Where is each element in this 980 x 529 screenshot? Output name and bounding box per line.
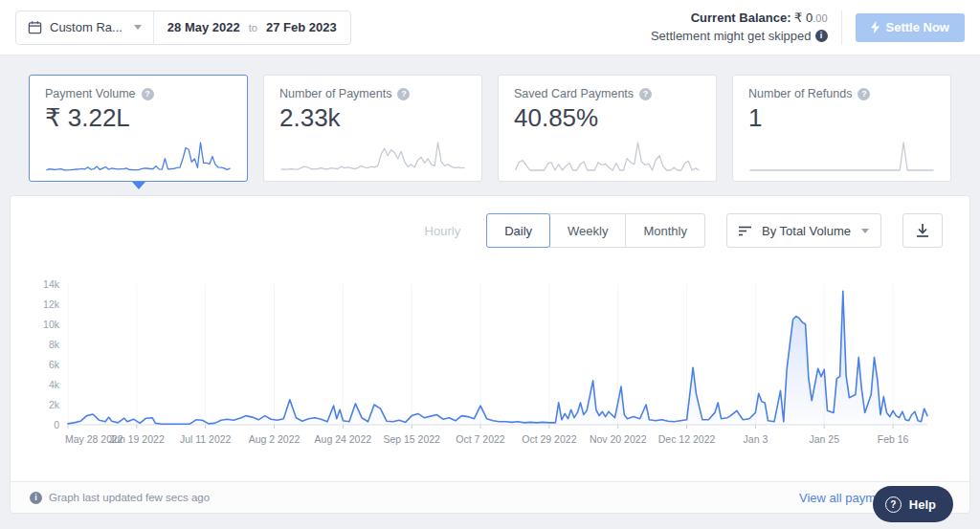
top-bar: Custom Ra... 28 May 2022 to 27 Feb 2023 … bbox=[0, 0, 980, 55]
svg-text:10k: 10k bbox=[43, 319, 60, 330]
panel-footer: i Graph last updated few secs ago View a… bbox=[11, 481, 969, 513]
card-value: 40.85% bbox=[514, 103, 701, 133]
info-icon[interactable]: i bbox=[815, 30, 828, 42]
svg-text:Aug 2 2022: Aug 2 2022 bbox=[249, 433, 301, 445]
card-title: Saved Card Payments bbox=[514, 87, 634, 100]
svg-text:Oct 7 2022: Oct 7 2022 bbox=[456, 433, 505, 445]
date-from: 28 May 2022 bbox=[167, 20, 240, 34]
download-button[interactable] bbox=[902, 213, 943, 248]
calendar-icon bbox=[28, 20, 42, 34]
svg-text:8k: 8k bbox=[49, 339, 60, 350]
chart-panel: Hourly Daily Weekly Monthly By Total Vol… bbox=[10, 195, 970, 514]
settle-now-button[interactable]: Settle Now bbox=[856, 13, 965, 42]
sort-icon bbox=[739, 226, 752, 236]
svg-text:0: 0 bbox=[54, 419, 59, 430]
help-circle-icon[interactable]: ? bbox=[639, 88, 652, 100]
sort-by-label: By Total Volume bbox=[762, 224, 851, 238]
svg-text:12k: 12k bbox=[43, 298, 60, 310]
balance-block: Current Balance: ₹ 0.00 Settlement might… bbox=[651, 10, 828, 46]
granularity-tabs: Hourly Daily Weekly Monthly bbox=[409, 213, 705, 248]
date-range-picker[interactable]: Custom Ra... 28 May 2022 to 27 Feb 2023 bbox=[15, 11, 351, 45]
card-value: ₹ 3.22L bbox=[45, 103, 232, 133]
svg-text:Jan 3: Jan 3 bbox=[744, 433, 768, 445]
svg-text:2k: 2k bbox=[49, 399, 60, 410]
main-chart-area: May 28 2022Jun 19 2022Jul 11 2022Aug 2 2… bbox=[11, 248, 969, 458]
question-circle-icon: ? bbox=[885, 496, 902, 513]
help-circle-icon[interactable]: ? bbox=[142, 88, 154, 100]
balance-label: Current Balance: bbox=[691, 11, 791, 25]
svg-text:Dec 12 2022: Dec 12 2022 bbox=[658, 433, 716, 445]
card-value: 2.33k bbox=[279, 103, 466, 133]
date-to: 27 Feb 2023 bbox=[266, 20, 337, 34]
sparkline-chart bbox=[748, 139, 935, 173]
payments-area-chart[interactable]: May 28 2022Jun 19 2022Jul 11 2022Aug 2 2… bbox=[20, 252, 977, 454]
tab-daily[interactable]: Daily bbox=[486, 213, 550, 248]
svg-text:Oct 29 2022: Oct 29 2022 bbox=[522, 433, 576, 445]
svg-text:4k: 4k bbox=[49, 379, 60, 390]
settle-now-label: Settle Now bbox=[886, 20, 949, 34]
settlement-note: Settlement might get skipped bbox=[651, 28, 812, 46]
svg-text:14k: 14k bbox=[43, 278, 60, 290]
range-type-label: Custom Ra... bbox=[50, 20, 122, 34]
svg-text:Feb 16: Feb 16 bbox=[878, 433, 909, 445]
balance-value: ₹ 0 bbox=[794, 11, 813, 25]
svg-text:Jan 25: Jan 25 bbox=[809, 433, 839, 445]
chevron-down-icon bbox=[134, 25, 142, 30]
help-label: Help bbox=[909, 497, 936, 512]
tab-monthly[interactable]: Monthly bbox=[625, 213, 705, 248]
card-payment-volume[interactable]: Payment Volume ? ₹ 3.22L bbox=[29, 75, 248, 182]
last-updated-text: Graph last updated few secs ago bbox=[49, 492, 210, 503]
sparkline-chart bbox=[279, 139, 466, 173]
sort-by-dropdown[interactable]: By Total Volume bbox=[726, 213, 881, 248]
svg-text:6k: 6k bbox=[49, 359, 60, 370]
balance-decimals: .00 bbox=[813, 12, 827, 24]
card-number-of-refunds[interactable]: Number of Refunds ? 1 bbox=[732, 75, 951, 182]
svg-text:Jun 19 2022: Jun 19 2022 bbox=[109, 433, 165, 445]
svg-text:Sep 15 2022: Sep 15 2022 bbox=[383, 433, 440, 445]
tab-weekly[interactable]: Weekly bbox=[549, 213, 626, 248]
bolt-icon bbox=[871, 21, 880, 33]
divider bbox=[841, 11, 842, 45]
card-title: Payment Volume bbox=[45, 87, 136, 100]
date-separator: to bbox=[249, 22, 257, 33]
help-button[interactable]: ? Help bbox=[873, 486, 953, 522]
help-circle-icon[interactable]: ? bbox=[858, 88, 870, 100]
card-saved-card-payments[interactable]: Saved Card Payments ? 40.85% bbox=[498, 75, 717, 182]
help-circle-icon[interactable]: ? bbox=[397, 88, 410, 100]
svg-text:Aug 24 2022: Aug 24 2022 bbox=[315, 433, 372, 445]
selected-card-pointer-icon bbox=[132, 182, 145, 189]
svg-text:Nov 20 2022: Nov 20 2022 bbox=[590, 433, 647, 445]
sparkline-chart bbox=[514, 139, 701, 173]
info-icon: i bbox=[30, 492, 42, 504]
chevron-down-icon bbox=[861, 229, 869, 233]
card-number-of-payments[interactable]: Number of Payments ? 2.33k bbox=[263, 75, 482, 182]
stat-cards-row: Payment Volume ? ₹ 3.22L Number of Payme… bbox=[0, 55, 980, 182]
tab-hourly[interactable]: Hourly bbox=[408, 213, 479, 248]
card-title: Number of Payments bbox=[279, 87, 391, 100]
download-icon bbox=[915, 223, 930, 238]
date-range-values[interactable]: 28 May 2022 to 27 Feb 2023 bbox=[154, 11, 350, 44]
card-value: 1 bbox=[748, 103, 935, 133]
card-title: Number of Refunds bbox=[748, 87, 852, 100]
range-type-selector[interactable]: Custom Ra... bbox=[16, 11, 154, 44]
svg-text:Jul 11 2022: Jul 11 2022 bbox=[180, 433, 232, 445]
sparkline-chart bbox=[45, 139, 232, 173]
